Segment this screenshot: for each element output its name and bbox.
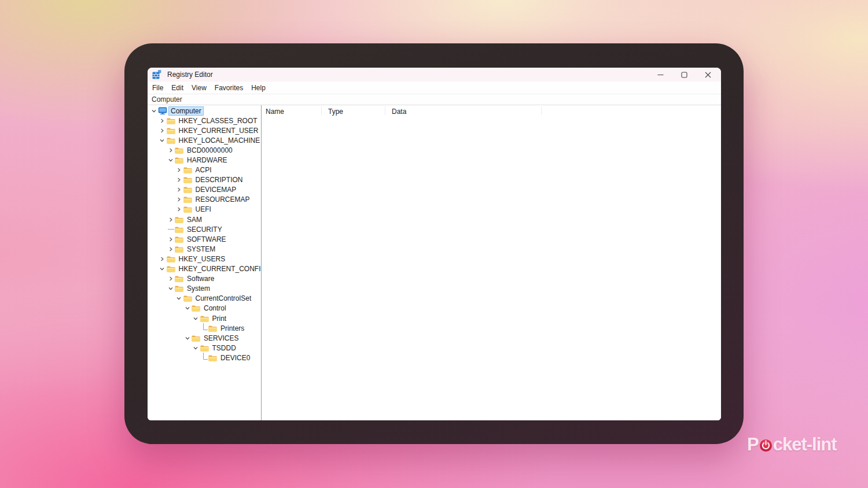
folder-icon [191,304,201,313]
chevron-down-icon[interactable] [150,106,157,116]
folder-icon [200,313,209,323]
tree-item-label: CurrentControlSet [194,294,253,302]
tree-item-bcd00000000[interactable]: BCD00000000 [148,145,261,155]
chevron-right-icon[interactable] [175,195,183,205]
tree-item-hkey-classes-root[interactable]: HKEY_CLASSES_ROOT [148,116,261,125]
power-icon [759,439,773,452]
tree-item-label: HKEY_LOCAL_MACHINE [177,136,262,145]
chevron-right-icon[interactable] [167,145,174,155]
tree-item-hkey-local-machine[interactable]: HKEY_LOCAL_MACHINE [148,135,261,145]
tree-item-description[interactable]: DESCRIPTION [148,175,261,185]
tree-item-system[interactable]: System [148,284,261,294]
chevron-right-icon[interactable] [159,125,166,135]
tree-item-software[interactable]: Software [148,274,261,284]
folder-icon [174,274,184,284]
tree-item-services[interactable]: SERVICES [148,333,261,343]
tree-item-control[interactable]: Control [148,304,261,313]
chevron-right-icon[interactable] [175,165,183,175]
chevron-down-icon[interactable] [183,304,191,313]
chevron-down-icon[interactable] [159,264,166,274]
value-list-pane: Name Type Data [262,105,721,420]
tree-item-hkey-users[interactable]: HKEY_USERS [148,254,261,264]
minimize-button[interactable] [649,68,672,82]
chevron-right-icon[interactable] [167,234,174,244]
tree-item-acpi[interactable]: ACPI [148,165,261,175]
menu-favorites[interactable]: Favorites [211,84,247,92]
menu-bar: File Edit View Favorites Help [148,82,721,94]
folder-icon [183,185,193,195]
tree-item-label: SECURITY [185,225,224,234]
tree-item-label: DESCRIPTION [194,176,245,184]
tree-item-hkey-current-user[interactable]: HKEY_CURRENT_USER [148,125,261,135]
tree-item-security[interactable]: SECURITY [148,224,261,234]
folder-icon [200,343,209,353]
tree-item-label: Print [211,315,229,323]
column-header-type[interactable]: Type [328,108,343,116]
tree-item-device0[interactable]: DEVICE0 [148,353,261,363]
column-divider[interactable] [385,106,385,115]
window-controls [649,68,721,82]
folder-icon [183,294,193,304]
tree-item-label: HKEY_CLASSES_ROOT [177,117,259,125]
tree-item-label: TSDDD [211,344,238,352]
folder-icon [166,116,176,125]
tablet-bezel: Registry Editor File Edit View Favorites… [124,43,744,444]
chevron-right-icon[interactable] [175,205,183,215]
chevron-down-icon[interactable] [159,135,166,145]
column-divider[interactable] [321,106,322,115]
tree-item-label: Software [185,275,216,283]
folder-icon [166,254,176,264]
chevron-down-icon[interactable] [192,343,200,353]
folder-icon [191,333,201,343]
tree-item-label: ACPI [194,166,214,174]
chevron-down-icon[interactable] [167,284,174,294]
chevron-down-icon[interactable] [183,333,191,343]
tree-item-sam[interactable]: SAM [148,215,261,224]
chevron-right-icon[interactable] [167,244,174,254]
folder-icon [208,323,218,333]
minimize-icon [657,72,664,78]
column-divider[interactable] [541,106,542,115]
folder-icon [166,264,176,274]
tree-item-system[interactable]: SYSTEM [148,244,261,254]
folder-icon [183,195,193,205]
tree-item-uefi[interactable]: UEFI [148,205,261,215]
menu-edit[interactable]: Edit [167,84,187,92]
tree-item-computer[interactable]: Computer [148,106,261,116]
chevron-right-icon[interactable] [159,116,166,125]
column-header-data[interactable]: Data [392,108,406,116]
menu-view[interactable]: View [187,84,211,92]
tree-item-software[interactable]: SOFTWARE [148,234,261,244]
tree-item-print[interactable]: Print [148,313,261,323]
tree-item-currentcontrolset[interactable]: CurrentControlSet [148,294,261,304]
tree-item-label: HKEY_CURRENT_USER [177,127,260,135]
tree-item-tsddd[interactable]: TSDDD [148,343,261,353]
menu-file[interactable]: File [148,84,167,92]
tree-item-label: System [185,284,212,293]
tree-item-hardware[interactable]: HARDWARE [148,155,261,165]
close-button[interactable] [696,68,720,82]
chevron-right-icon[interactable] [159,254,166,264]
chevron-down-icon[interactable] [167,156,174,165]
chevron-right-icon[interactable] [167,274,174,284]
tree-item-label: Printers [219,324,246,332]
main-area: ComputerHKEY_CLASSES_ROOTHKEY_CURRENT_US… [148,105,721,420]
menu-help[interactable]: Help [247,84,270,92]
column-header-name[interactable]: Name [266,108,284,116]
list-header: Name Type Data [262,105,721,117]
tree-item-label: SAM [185,216,204,224]
chevron-down-icon[interactable] [192,313,200,323]
tree-item-hkey-current-config[interactable]: HKEY_CURRENT_CONFIG [148,264,261,274]
address-bar[interactable]: Computer [148,94,721,105]
tree-connector [167,224,174,234]
maximize-button[interactable] [672,68,696,82]
chevron-right-icon[interactable] [175,175,183,185]
chevron-down-icon[interactable] [175,294,183,304]
tree-item-resourcemap[interactable]: RESOURCEMAP [148,195,261,205]
tree-item-label: UEFI [194,205,213,213]
chevron-right-icon[interactable] [167,215,174,224]
tree-item-printers[interactable]: Printers [148,323,261,333]
chevron-right-icon[interactable] [175,185,183,195]
window-title: Registry Editor [167,71,213,79]
tree-item-devicemap[interactable]: DEVICEMAP [148,185,261,195]
